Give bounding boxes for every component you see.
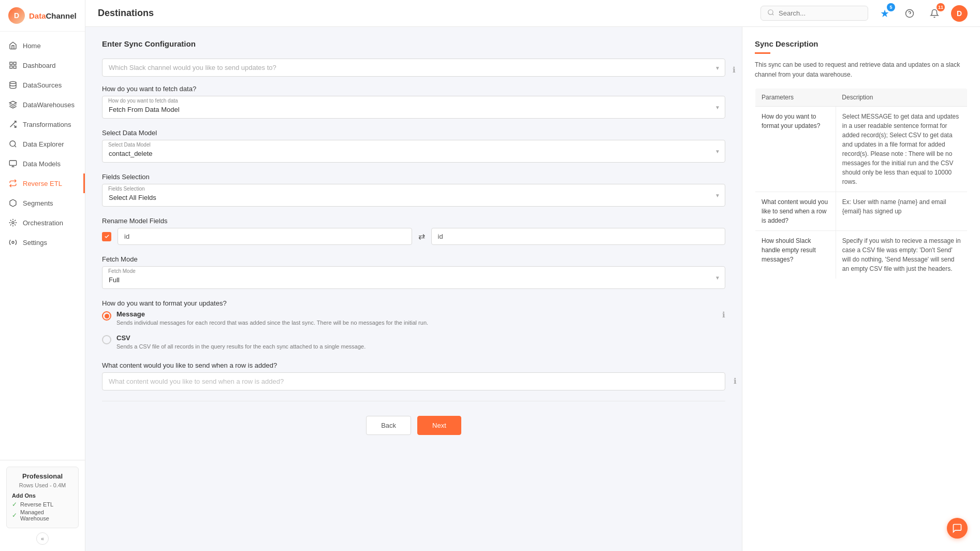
sidebar-item-segments-label: Segments	[23, 199, 53, 207]
data-model-select[interactable]: contact_delete	[102, 140, 725, 163]
sidebar-item-reverse-etl[interactable]: Reverse ETL	[0, 173, 85, 193]
collapse-sidebar-button[interactable]: «	[36, 532, 49, 545]
sidebar-item-data-models[interactable]: Data Models	[0, 154, 85, 173]
param-3: How should Slack handle empty result mes…	[755, 231, 836, 279]
sidebar-item-dashboard[interactable]: Dashboard	[0, 55, 85, 75]
data-models-icon	[8, 159, 18, 168]
sidebar-item-data-models-label: Data Models	[23, 160, 61, 168]
sidebar-item-segments[interactable]: Segments	[0, 193, 85, 213]
sidebar-nav: Home Dashboard DataSources DataWarehouse…	[0, 32, 85, 460]
format-message-text: Message Sends individual messages for ea…	[116, 310, 428, 327]
search-icon	[767, 9, 774, 18]
page-body: Enter Sync Configuration Which Slack cha…	[85, 27, 980, 551]
notification-button[interactable]: 11	[926, 5, 943, 22]
data-model-select-wrapper: Select Data Model contact_delete ▼	[102, 140, 725, 163]
svg-point-4	[10, 81, 16, 83]
rename-to-input[interactable]	[431, 228, 726, 245]
format-message-label: Message	[116, 310, 428, 318]
main-content: Destinations 5 11 D E	[85, 0, 980, 551]
check-icon-2: ✓	[12, 512, 17, 519]
sidebar-item-datasources[interactable]: DataSources	[0, 75, 85, 95]
fetch-mode-select[interactable]: Full	[102, 266, 725, 289]
sidebar-item-datasources-label: DataSources	[23, 81, 62, 89]
help-button[interactable]	[901, 5, 918, 22]
format-updates-label: How do you want to format your updates?	[102, 299, 725, 307]
svg-point-15	[768, 10, 773, 15]
rename-from-input[interactable]	[118, 228, 412, 245]
reverse-etl-icon	[8, 179, 18, 188]
page-title: Destinations	[98, 8, 154, 19]
format-message-desc: Sends individual messages for each recor…	[116, 319, 428, 327]
format-csv-desc: Sends a CSV file of all records in the q…	[116, 343, 365, 351]
transformations-icon	[8, 120, 18, 129]
back-button[interactable]: Back	[366, 416, 411, 435]
check-icon-1: ✓	[12, 501, 17, 508]
params-col-header: Parameters	[755, 89, 836, 107]
table-row: How do you want to format your updates? …	[755, 107, 968, 192]
desc-2: Ex: User with name {name} and email {ema…	[836, 192, 967, 231]
svg-point-14	[12, 241, 14, 243]
desc-col-header: Description	[836, 89, 967, 107]
rename-checkbox[interactable]	[102, 232, 111, 241]
fields-selection-select[interactable]: Select All Fields	[102, 184, 725, 207]
sidebar-item-home[interactable]: Home	[0, 36, 85, 55]
svg-rect-0	[10, 62, 12, 65]
param-2: What content would you like to send when…	[755, 192, 836, 231]
slack-channel-select[interactable]: Which Slack channel would you like to se…	[102, 59, 725, 77]
next-button[interactable]: Next	[417, 416, 461, 435]
content-row-input-wrap: ℹ	[102, 372, 725, 390]
format-csv-option: CSV Sends a CSV file of all records in t…	[102, 334, 725, 351]
rename-fields-group: Rename Model Fields ⇄	[102, 217, 725, 245]
sparkle-button[interactable]: 5	[876, 5, 893, 22]
svg-rect-2	[13, 66, 16, 68]
data-model-label: Select Data Model	[102, 129, 725, 137]
plan-box: Professional Rows Used - 0.4M Add Ons ✓ …	[6, 467, 79, 528]
home-icon	[8, 41, 18, 50]
sidebar-item-data-explorer[interactable]: Data Explorer	[0, 134, 85, 154]
sidebar-item-transformations[interactable]: Transformations	[0, 114, 85, 134]
add-on-managed-warehouse: ✓ Managed Warehouse	[12, 509, 73, 521]
content-row-label: What content would you like to send when…	[102, 361, 725, 369]
sidebar-item-dashboard-label: Dashboard	[23, 62, 56, 69]
swap-icon: ⇄	[418, 231, 425, 241]
content-row-group: What content would you like to send when…	[102, 361, 725, 390]
format-csv-text: CSV Sends a CSV file of all records in t…	[116, 334, 365, 351]
sidebar-item-reverse-etl-label: Reverse ETL	[23, 180, 62, 187]
orchestration-icon	[8, 218, 18, 227]
plan-rows-label: Rows Used - 0.4M	[12, 482, 73, 488]
format-message-info-icon[interactable]: ℹ	[722, 310, 725, 320]
data-model-group: Select Data Model Select Data Model cont…	[102, 129, 725, 163]
chat-button[interactable]	[947, 518, 968, 539]
logo-area: D DataChannel	[0, 0, 85, 32]
sidebar-bottom: Professional Rows Used - 0.4M Add Ons ✓ …	[0, 460, 85, 551]
desc-text: This sync can be used to request and ret…	[755, 60, 968, 80]
add-on-reverse-etl: ✓ Reverse ETL	[12, 501, 73, 508]
logo-icon: D	[8, 7, 25, 24]
sidebar-item-orchestration[interactable]: Orchestration	[0, 213, 85, 233]
sidebar-item-datawarehouses[interactable]: DataWarehouses	[0, 95, 85, 114]
fetch-data-label: How do you want to fetch data?	[102, 85, 725, 93]
avatar[interactable]: D	[951, 5, 968, 22]
form-section-title: Enter Sync Configuration	[102, 39, 725, 48]
slack-channel-info-icon[interactable]: ℹ	[733, 65, 736, 75]
search-box	[760, 6, 868, 21]
notification-badge: 11	[937, 3, 945, 11]
content-row-info-icon[interactable]: ℹ	[734, 376, 737, 386]
sidebar-item-settings[interactable]: Settings	[0, 233, 85, 252]
sidebar-item-orchestration-label: Orchestration	[23, 219, 63, 227]
fetch-data-select[interactable]: Fetch From Data Model	[102, 96, 725, 119]
content-row-input[interactable]	[102, 372, 725, 390]
form-divider	[102, 401, 725, 401]
fetch-data-select-wrapper: How do you want to fetch data Fetch From…	[102, 96, 725, 119]
sidebar-item-home-label: Home	[23, 42, 41, 50]
format-message-radio[interactable]	[102, 311, 111, 321]
fields-selection-select-wrapper: Fields Selection Select All Fields ▼	[102, 184, 725, 207]
settings-icon	[8, 238, 18, 247]
svg-rect-10	[9, 161, 16, 165]
svg-marker-5	[9, 101, 16, 105]
data-explorer-icon	[8, 139, 18, 149]
table-row: What content would you like to send when…	[755, 192, 968, 231]
format-csv-radio[interactable]	[102, 335, 111, 344]
desc-1: Select MESSAGE to get data and updates i…	[836, 107, 967, 192]
search-input[interactable]	[779, 9, 861, 17]
